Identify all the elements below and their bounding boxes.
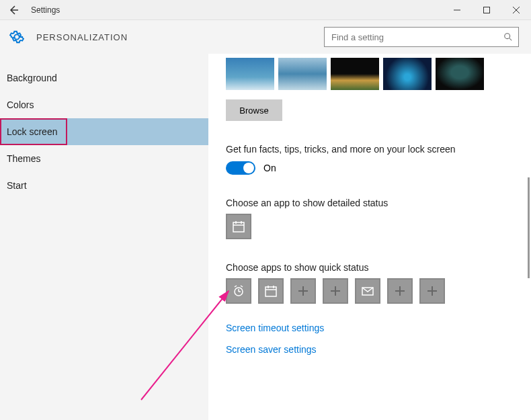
fun-facts-toggle[interactable] [226, 161, 255, 175]
sidebar-item-lock-screen[interactable]: Lock screen [0, 118, 67, 145]
maximize-button[interactable] [472, 0, 501, 20]
search-icon [498, 32, 518, 42]
quick-status-slot-5[interactable] [355, 278, 380, 304]
quick-status-slot-6[interactable] [387, 278, 413, 304]
sidebar-item-themes[interactable]: Themes [0, 145, 208, 172]
screen-timeout-link[interactable]: Screen timeout settings [226, 323, 514, 333]
scrollbar[interactable] [528, 177, 530, 278]
sidebar: Background Colors Lock screen Themes Sta… [0, 54, 208, 420]
calendar-icon [264, 284, 278, 298]
plus-icon [329, 285, 341, 297]
fun-facts-label: Get fun facts, tips, tricks, and more on… [226, 144, 514, 155]
sidebar-item-colors[interactable]: Colors [0, 91, 208, 118]
background-thumbnails [226, 58, 514, 90]
header: PERSONALIZATION [0, 20, 531, 54]
sidebar-item-start[interactable]: Start [0, 172, 208, 199]
svg-rect-15 [266, 287, 276, 296]
quick-status-slot-3[interactable] [290, 278, 316, 304]
thumbnail-5[interactable] [436, 58, 484, 90]
svg-line-14 [241, 286, 243, 287]
detailed-status-app-slot[interactable] [226, 214, 251, 239]
quick-status-label: Choose apps to show quick status [226, 262, 514, 273]
mail-icon [361, 284, 374, 298]
minimize-button[interactable] [442, 0, 472, 20]
thumbnail-1[interactable] [226, 58, 274, 90]
back-button[interactable] [0, 0, 27, 20]
svg-line-5 [509, 38, 512, 41]
titlebar: Settings [0, 0, 531, 20]
alarm-icon [232, 284, 245, 298]
screen-saver-link[interactable]: Screen saver settings [226, 344, 514, 355]
quick-status-slot-2[interactable] [258, 278, 284, 304]
toggle-state-label: On [263, 163, 276, 173]
quick-status-slot-4[interactable] [323, 278, 348, 304]
plus-icon [426, 285, 438, 297]
sidebar-item-background[interactable]: Background [0, 65, 208, 91]
svg-rect-6 [233, 222, 244, 232]
svg-line-13 [235, 286, 237, 287]
calendar-icon [232, 220, 245, 233]
thumbnail-3[interactable] [331, 58, 379, 90]
svg-rect-1 [484, 7, 490, 13]
svg-point-4 [505, 34, 510, 39]
browse-button[interactable]: Browse [226, 99, 282, 121]
section-title: PERSONALIZATION [36, 32, 128, 42]
plus-icon [394, 285, 406, 297]
thumbnail-4[interactable] [383, 58, 432, 90]
quick-status-slot-7[interactable] [419, 278, 445, 304]
thumbnail-2[interactable] [278, 58, 327, 90]
content-panel: Browse Get fun facts, tips, tricks, and … [208, 54, 531, 420]
search-box[interactable] [324, 27, 519, 47]
window-title: Settings [27, 5, 60, 15]
quick-status-slot-1[interactable] [226, 278, 251, 304]
search-input[interactable] [325, 32, 498, 42]
detailed-status-label: Choose an app to show detailed status [226, 198, 514, 208]
plus-icon [297, 285, 309, 297]
close-button[interactable] [501, 0, 531, 20]
gear-icon [9, 30, 24, 44]
